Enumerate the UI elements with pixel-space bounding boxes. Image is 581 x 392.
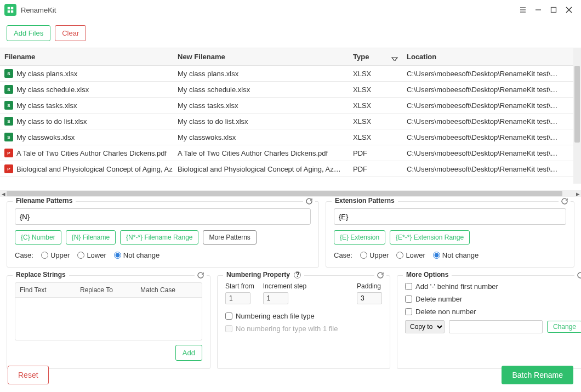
radio-ext-lower[interactable]: Lower — [396, 251, 425, 259]
scroll-left-arrow[interactable]: ◂ — [0, 190, 7, 197]
chk-delete-non-number[interactable]: Delete non number — [405, 308, 581, 316]
chk-delete-number[interactable]: Delete number — [405, 295, 581, 303]
add-files-button[interactable]: Add Files — [7, 25, 50, 41]
replace-strings-panel: Replace Strings Find Text Replace To Mat… — [7, 275, 210, 369]
increment-input[interactable] — [263, 292, 288, 304]
padding-input[interactable] — [357, 292, 382, 304]
chk-no-number-one: No numbering for type with 1 file — [225, 325, 382, 333]
th-location[interactable]: Location — [402, 53, 565, 61]
radio-lower[interactable]: Lower — [77, 251, 106, 259]
cell-location: C:\Users\mobeesoft\Desktop\RenameKit tes… — [402, 101, 565, 110]
radio-ext-upper[interactable]: Upper — [360, 251, 389, 259]
cell-location: C:\Users\mobeesoft\Desktop\RenameKit tes… — [402, 117, 565, 126]
change-button[interactable]: Change — [547, 321, 581, 333]
file-icon: S — [4, 117, 13, 126]
file-icon: S — [4, 133, 13, 141]
chip-n-filename[interactable]: {N} Filename — [66, 230, 116, 245]
panel-title: Numbering Property ? — [223, 271, 304, 279]
table-row[interactable]: SMy class to do list.xlsxMy class to do … — [0, 113, 581, 129]
refresh-icon[interactable] — [195, 271, 207, 281]
add-replace-button[interactable]: Add — [175, 345, 202, 361]
filter-icon[interactable] — [391, 57, 398, 61]
horizontal-scrollbar[interactable]: ◂ ▸ — [0, 190, 581, 197]
case-label: Case: — [15, 251, 33, 259]
help-icon[interactable]: ? — [294, 271, 301, 279]
toolbar: Add Files Clear — [0, 20, 581, 48]
cell-filename: My classwoks.xlsx — [16, 133, 75, 141]
th-type[interactable]: Type — [349, 53, 402, 61]
table-row[interactable]: PBiological and Physiological Concept of… — [0, 161, 581, 177]
scroll-right-arrow[interactable]: ▸ — [574, 190, 581, 197]
refresh-icon[interactable] — [303, 197, 315, 207]
vertical-scroll-thumb[interactable] — [574, 66, 580, 143]
cell-filename: My class tasks.xlsx — [16, 101, 77, 110]
start-from-input[interactable] — [225, 292, 250, 304]
padding-field: Padding — [357, 282, 382, 304]
numbering-panel: Numbering Property ? Start from Incremen… — [217, 275, 390, 369]
chk-add-dash[interactable]: Add '-' behind first number — [405, 282, 581, 291]
table-row[interactable]: SMy class plans.xlsxMy class plans.xlsxX… — [0, 66, 581, 82]
table-row[interactable]: SMy class schedule.xlsxMy class schedule… — [0, 82, 581, 98]
cell-location: C:\Users\mobeesoft\Desktop\RenameKit tes… — [402, 86, 565, 94]
hamburger-icon[interactable] — [515, 2, 531, 18]
cell-filename: Biological and Physiological Concept of … — [16, 165, 173, 173]
th-filename[interactable]: Filename — [0, 53, 173, 61]
titlebar: RenameKit — [0, 0, 581, 20]
maximize-button[interactable] — [546, 2, 561, 18]
replace-table-body[interactable] — [15, 298, 202, 340]
table-body: SMy class plans.xlsxMy class plans.xlsxX… — [0, 66, 581, 177]
reset-button[interactable]: Reset — [8, 366, 49, 384]
chip-c-number[interactable]: {C} Number — [15, 230, 61, 245]
cell-location: C:\Users\mobeesoft\Desktop\RenameKit tes… — [402, 70, 565, 78]
radio-not-change[interactable]: Not change — [114, 251, 160, 259]
panel-title: Filename Patterns — [13, 197, 76, 204]
th-new-filename[interactable]: New Filename — [173, 53, 349, 61]
minimize-button[interactable] — [531, 2, 546, 18]
chip-more-patterns[interactable]: More Patterns — [203, 230, 256, 245]
cell-location: C:\Users\mobeesoft\Desktop\RenameKit tes… — [402, 165, 565, 173]
app-title: RenameKit — [21, 6, 56, 14]
increment-field: Increment step — [263, 282, 306, 304]
horizontal-scroll-thumb[interactable] — [7, 191, 562, 196]
panel-title: More Options — [403, 271, 452, 279]
filename-pattern-input[interactable] — [15, 208, 311, 225]
radio-ext-not-change[interactable]: Not change — [433, 251, 479, 259]
cell-new-filename: My class to do list.xlsx — [173, 117, 349, 126]
refresh-icon[interactable] — [574, 271, 581, 281]
chip-e-extension[interactable]: {E} Extension — [334, 230, 385, 245]
refresh-icon[interactable] — [374, 271, 386, 281]
table-row[interactable]: PA Tale of Two Cities Author Charles Dic… — [0, 145, 581, 161]
svg-rect-3 — [11, 10, 13, 13]
start-from-field: Start from — [225, 282, 254, 304]
chip-extension-range[interactable]: {E*-*} Extension Range — [390, 230, 470, 245]
cell-type: XLSX — [349, 101, 402, 110]
cell-new-filename: My class plans.xlsx — [173, 70, 349, 78]
cell-filename: My class plans.xlsx — [16, 70, 77, 78]
extension-pattern-input[interactable] — [334, 208, 566, 225]
vertical-scrollbar[interactable] — [573, 48, 581, 184]
file-icon: S — [4, 85, 13, 94]
cell-filename: A Tale of Two Cities Author Charles Dick… — [16, 149, 167, 157]
cell-new-filename: A Tale of Two Cities Author Charles Dick… — [173, 149, 349, 157]
th-type-label: Type — [353, 53, 369, 61]
batch-rename-button[interactable]: Batch Rename — [502, 366, 573, 384]
table-row[interactable]: SMy classwoks.xlsxMy classwoks.xlsxXLSXC… — [0, 129, 581, 145]
cell-location: C:\Users\mobeesoft\Desktop\RenameKit tes… — [402, 149, 565, 157]
cell-type: XLSX — [349, 70, 402, 78]
cell-new-filename: My class schedule.xlsx — [173, 86, 349, 94]
table-row[interactable]: SMy class tasks.xlsxMy class tasks.xlsxX… — [0, 98, 581, 113]
cell-type: PDF — [349, 165, 402, 173]
app-icon — [4, 4, 16, 16]
file-icon: P — [4, 164, 13, 173]
cell-type: XLSX — [349, 133, 402, 141]
chip-filename-range[interactable]: {N*-*} Filename Range — [120, 230, 198, 245]
radio-upper[interactable]: Upper — [41, 251, 70, 259]
refresh-icon[interactable] — [559, 197, 571, 207]
svg-rect-0 — [8, 7, 10, 9]
cell-new-filename: Biological and Physiological Concept of … — [173, 165, 349, 173]
clear-button[interactable]: Clear — [55, 25, 86, 41]
copy-to-path[interactable] — [449, 320, 543, 333]
copy-to-select[interactable]: Copy to — [405, 320, 445, 333]
close-button[interactable] — [561, 2, 577, 18]
chk-each-type[interactable]: Numbering each file type — [225, 312, 382, 320]
